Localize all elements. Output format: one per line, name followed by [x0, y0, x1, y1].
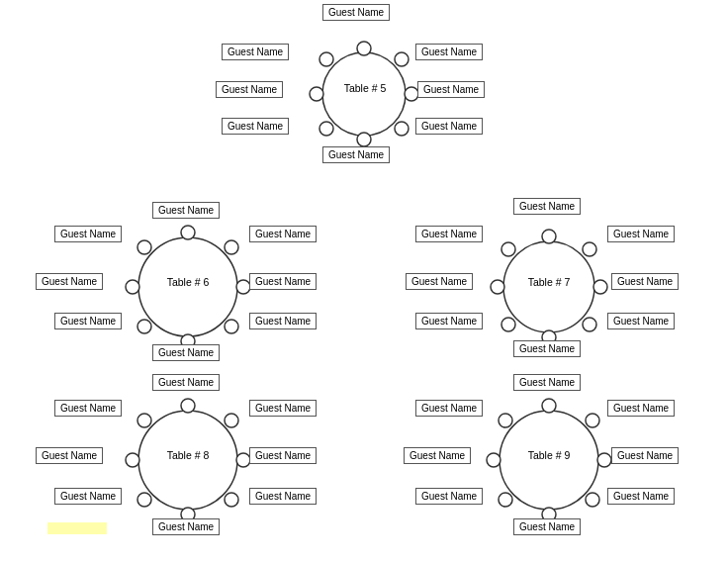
svg-point-34: [225, 493, 238, 507]
t8-guest-top[interactable]: Guest Name: [152, 374, 220, 391]
svg-point-42: [499, 493, 512, 507]
svg-point-43: [586, 493, 599, 507]
t6-guest-top-right[interactable]: Guest Name: [249, 226, 317, 242]
svg-point-10: [181, 226, 195, 239]
t8-guest-bottom[interactable]: Guest Name: [152, 518, 220, 535]
t6-guest-left[interactable]: Guest Name: [36, 273, 103, 290]
t6-guest-right[interactable]: Guest Name: [249, 273, 317, 290]
t5-guest-top-right[interactable]: Guest Name: [415, 44, 483, 60]
table9-label: Table # 9: [521, 449, 577, 461]
t5-guest-left[interactable]: Guest Name: [216, 81, 283, 98]
t8-guest-top-right[interactable]: Guest Name: [249, 400, 317, 417]
t9-guest-bottom-right[interactable]: Guest Name: [607, 488, 675, 505]
svg-point-1: [357, 42, 371, 55]
table5-label: Table # 5: [340, 82, 390, 94]
t7-guest-top-left[interactable]: Guest Name: [415, 226, 483, 242]
svg-point-28: [181, 399, 195, 413]
table6-label: Table # 6: [160, 276, 216, 288]
svg-point-41: [597, 453, 611, 467]
svg-point-33: [137, 493, 151, 507]
svg-point-23: [593, 280, 607, 294]
t7-guest-top-right[interactable]: Guest Name: [607, 226, 675, 242]
t5-guest-bottom[interactable]: Guest Name: [322, 146, 390, 163]
seating-chart: Table # 5 Table # 6 Table # 7 Table # 8 …: [0, 0, 728, 562]
svg-point-0: [322, 52, 406, 136]
svg-point-19: [542, 230, 556, 243]
svg-point-2: [319, 52, 333, 66]
t5-guest-bottom-left[interactable]: Guest Name: [222, 118, 289, 135]
t9-guest-bottom[interactable]: Guest Name: [513, 518, 581, 535]
t6-guest-top-left[interactable]: Guest Name: [54, 226, 122, 242]
t7-guest-bottom-left[interactable]: Guest Name: [415, 313, 483, 329]
t8-guest-bottom-right[interactable]: Guest Name: [249, 488, 317, 505]
t7-guest-bottom[interactable]: Guest Name: [513, 340, 581, 357]
svg-point-6: [319, 122, 333, 136]
svg-point-24: [501, 318, 515, 331]
svg-point-3: [395, 52, 409, 66]
svg-point-4: [310, 87, 323, 101]
t7-guest-left[interactable]: Guest Name: [406, 273, 473, 290]
svg-point-16: [225, 320, 238, 333]
t8-guest-right[interactable]: Guest Name: [249, 447, 317, 464]
t9-guest-bottom-left[interactable]: Guest Name: [415, 488, 483, 505]
t8-guest-bottom-left[interactable]: Guest Name: [54, 488, 122, 505]
svg-point-39: [586, 414, 599, 427]
t6-guest-top[interactable]: Guest Name: [152, 202, 220, 219]
t5-guest-right[interactable]: Guest Name: [417, 81, 485, 98]
svg-point-40: [487, 453, 500, 467]
t5-guest-top-left[interactable]: Guest Name: [222, 44, 289, 60]
t7-guest-right[interactable]: Guest Name: [611, 273, 679, 290]
svg-point-12: [225, 240, 238, 254]
svg-point-7: [395, 122, 409, 136]
t9-guest-left[interactable]: Guest Name: [404, 447, 471, 464]
svg-point-25: [583, 318, 596, 331]
svg-point-20: [501, 242, 515, 256]
t5-guest-top[interactable]: Guest Name: [322, 4, 390, 21]
svg-point-5: [405, 87, 418, 101]
table7-label: Table # 7: [521, 276, 577, 288]
t6-guest-bottom[interactable]: Guest Name: [152, 344, 220, 361]
t8-guest-left[interactable]: Guest Name: [36, 447, 103, 464]
svg-point-37: [542, 399, 556, 413]
svg-point-29: [137, 414, 151, 427]
svg-point-8: [357, 133, 371, 146]
svg-point-30: [225, 414, 238, 427]
svg-point-21: [583, 242, 596, 256]
t6-guest-bottom-left[interactable]: Guest Name: [54, 313, 122, 329]
svg-point-38: [499, 414, 512, 427]
svg-point-15: [137, 320, 151, 333]
t9-guest-top-right[interactable]: Guest Name: [607, 400, 675, 417]
table8-label: Table # 8: [160, 449, 216, 461]
t7-guest-top[interactable]: Guest Name: [513, 198, 581, 215]
t8-guest-top-left[interactable]: Guest Name: [54, 400, 122, 417]
svg-point-31: [126, 453, 139, 467]
svg-point-11: [137, 240, 151, 254]
t9-guest-top-left[interactable]: Guest Name: [415, 400, 483, 417]
svg-point-32: [236, 453, 250, 467]
t5-guest-bottom-right[interactable]: Guest Name: [415, 118, 483, 135]
svg-point-13: [126, 280, 139, 294]
svg-point-22: [491, 280, 504, 294]
highlight-artifact: [47, 522, 107, 534]
t9-guest-top[interactable]: Guest Name: [513, 374, 581, 391]
t9-guest-right[interactable]: Guest Name: [611, 447, 679, 464]
t7-guest-bottom-right[interactable]: Guest Name: [607, 313, 675, 329]
t6-guest-bottom-right[interactable]: Guest Name: [249, 313, 317, 329]
svg-point-14: [236, 280, 250, 294]
